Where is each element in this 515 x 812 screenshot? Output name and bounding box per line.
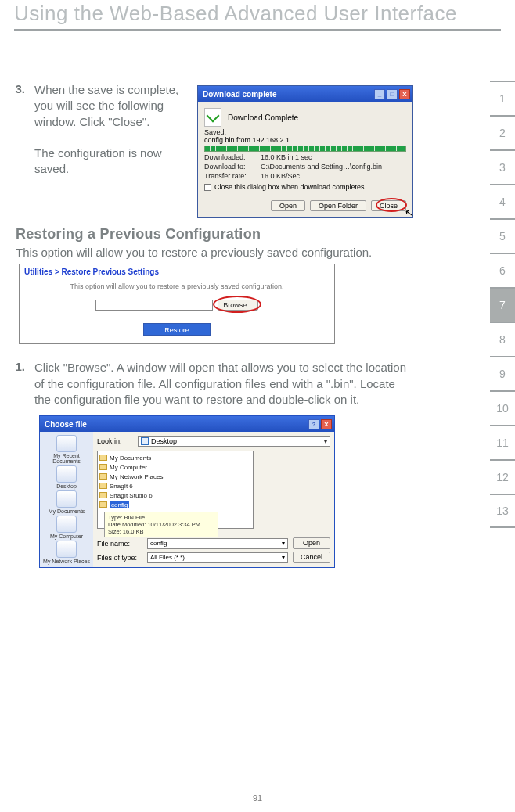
step-3-number: 3. xyxy=(8,82,25,95)
close-on-complete-row: Close this dialog box when download comp… xyxy=(204,183,406,191)
download-heading-row: Download Complete xyxy=(204,108,406,127)
download-complete-icon xyxy=(204,108,221,127)
places-network[interactable]: My Network Places xyxy=(41,541,92,564)
section-tab-6[interactable]: 6 xyxy=(490,253,515,287)
list-item[interactable]: My Network Places xyxy=(99,472,251,481)
download-heading: Download Complete xyxy=(228,113,298,122)
close-window-button[interactable]: X xyxy=(399,89,410,99)
section-tab-11[interactable]: 11 xyxy=(490,425,515,459)
kv-key: Transfer rate: xyxy=(204,172,261,180)
folder-icon xyxy=(99,455,107,461)
list-item[interactable]: SnagIt 6 xyxy=(99,481,251,490)
kv-key: Downloaded: xyxy=(204,153,261,161)
network-icon xyxy=(56,541,77,558)
restore-panel-title: Utilities > Restore Previous Settings xyxy=(24,268,330,278)
section-tab-3[interactable]: 3 xyxy=(490,149,515,184)
download-title: Download complete xyxy=(203,90,276,99)
list-item-label: My Computer xyxy=(110,464,147,471)
section-tab-5[interactable]: 5 xyxy=(490,218,515,253)
kv-row: Downloaded:16.0 KB in 1 sec xyxy=(204,153,406,161)
download-window-buttons: _ □ X xyxy=(374,89,410,99)
list-item-selected-label: config xyxy=(110,501,129,508)
choose-file-window-buttons: ? X xyxy=(308,419,332,429)
section-tab-13[interactable]: 13 xyxy=(490,494,515,528)
places-recent-label: My Recent Documents xyxy=(52,453,80,464)
open-button[interactable]: Open xyxy=(271,200,305,211)
filename-label: File name: xyxy=(97,540,142,548)
close-window-button[interactable]: X xyxy=(321,419,332,429)
cancel-button[interactable]: Cancel xyxy=(293,552,330,563)
restore-panel-desc: This option will allow you to restore a … xyxy=(24,282,330,290)
places-computer[interactable]: My Computer xyxy=(41,516,92,539)
folder-icon xyxy=(99,483,107,489)
filename-row: File name: config▾ Open xyxy=(97,537,330,549)
choose-file-bottom: File name: config▾ Open Files of type: A… xyxy=(97,534,330,563)
list-item-selected[interactable]: config xyxy=(99,500,251,509)
filename-value: config xyxy=(150,540,167,547)
recent-icon xyxy=(56,435,77,452)
section-tab-10[interactable]: 10 xyxy=(490,390,515,425)
chevron-down-icon: ▾ xyxy=(282,554,285,561)
download-button-row: Open Open Folder Close xyxy=(198,197,412,217)
folder-icon xyxy=(99,464,107,470)
section-tab-8[interactable]: 8 xyxy=(490,322,515,356)
choose-file-places-bar: My Recent Documents Desktop My Documents… xyxy=(40,432,93,567)
choose-file-titlebar: Choose file ? X xyxy=(40,416,334,432)
section-tab-2[interactable]: 2 xyxy=(490,115,515,149)
open-folder-button[interactable]: Open Folder xyxy=(310,200,366,211)
kv-val: 16.0 KB in 1 sec xyxy=(261,153,312,161)
folder-icon xyxy=(99,473,107,480)
list-item[interactable]: My Computer xyxy=(99,462,251,472)
section-tab-4[interactable]: 4 xyxy=(490,184,515,218)
lookin-value: Desktop xyxy=(151,437,177,445)
restore-desc: This option will allow you to restore a … xyxy=(8,246,413,259)
places-documents[interactable]: My Documents xyxy=(41,490,92,514)
download-titlebar: Download complete _ □ X xyxy=(198,86,412,102)
page-title: Using the Web-Based Advanced User Interf… xyxy=(0,0,515,29)
section-tab-7[interactable]: 7 xyxy=(490,287,515,322)
places-desktop-label: Desktop xyxy=(56,483,77,489)
close-on-complete-label: Close this dialog box when download comp… xyxy=(214,183,365,191)
places-network-label: My Network Places xyxy=(43,559,90,564)
kv-val: C:\Documents and Setting…\config.bin xyxy=(261,163,382,171)
filename-input[interactable]: config▾ xyxy=(147,538,288,549)
download-complete-dialog: Download complete _ □ X Download Complet… xyxy=(197,85,413,218)
step-1-text: Click "Browse". A window will open that … xyxy=(34,360,413,408)
help-window-button[interactable]: ? xyxy=(308,419,319,429)
section-tab-12[interactable]: 12 xyxy=(490,459,515,494)
kv-row: Transfer rate:16.0 KB/Sec xyxy=(204,172,406,180)
kv-row: Download to:C:\Documents and Setting…\co… xyxy=(204,163,406,171)
filetype-select[interactable]: All Files (*.*)▾ xyxy=(147,552,288,563)
browse-button[interactable]: Browse... xyxy=(218,300,258,311)
lookin-select[interactable]: Desktop ▾ xyxy=(138,436,330,447)
places-desktop[interactable]: Desktop xyxy=(41,465,92,489)
close-button[interactable]: Close xyxy=(371,200,406,211)
maximize-window-button[interactable]: □ xyxy=(387,89,398,99)
places-recent[interactable]: My Recent Documents xyxy=(41,435,92,464)
open-button[interactable]: Open xyxy=(293,537,330,549)
cursor-icon: ↖ xyxy=(404,206,416,220)
choose-file-right: Look in: Desktop ▾ My Documents My Compu… xyxy=(93,432,334,567)
step-3-text: When the save is complete, you will see … xyxy=(34,82,183,177)
file-list[interactable]: My Documents My Computer My Network Plac… xyxy=(97,451,254,529)
section-tab-1[interactable]: 1 xyxy=(490,81,515,115)
lookin-label: Look in: xyxy=(97,437,133,445)
list-item[interactable]: SnagIt Studio 6 xyxy=(99,490,251,500)
choose-file-title: Choose file xyxy=(45,420,87,429)
page-number: 91 xyxy=(0,793,515,803)
download-body: Download Complete Saved: config.bin from… xyxy=(198,102,412,197)
desktop-icon xyxy=(56,465,77,483)
restore-button[interactable]: Restore xyxy=(143,323,211,336)
browse-wrap: Browse... xyxy=(218,300,258,311)
restore-file-input[interactable] xyxy=(95,300,213,311)
list-item-label: My Network Places xyxy=(110,473,163,480)
places-computer-label: My Computer xyxy=(50,534,83,539)
list-item[interactable]: My Documents xyxy=(99,453,251,462)
kv-key: Download to: xyxy=(204,163,261,171)
close-on-complete-checkbox[interactable] xyxy=(204,184,211,191)
folder-icon xyxy=(99,492,107,498)
filetype-label: Files of type: xyxy=(97,554,142,562)
section-tab-9[interactable]: 9 xyxy=(490,356,515,390)
list-item-label: My Documents xyxy=(110,455,151,462)
minimize-window-button[interactable]: _ xyxy=(374,89,385,99)
